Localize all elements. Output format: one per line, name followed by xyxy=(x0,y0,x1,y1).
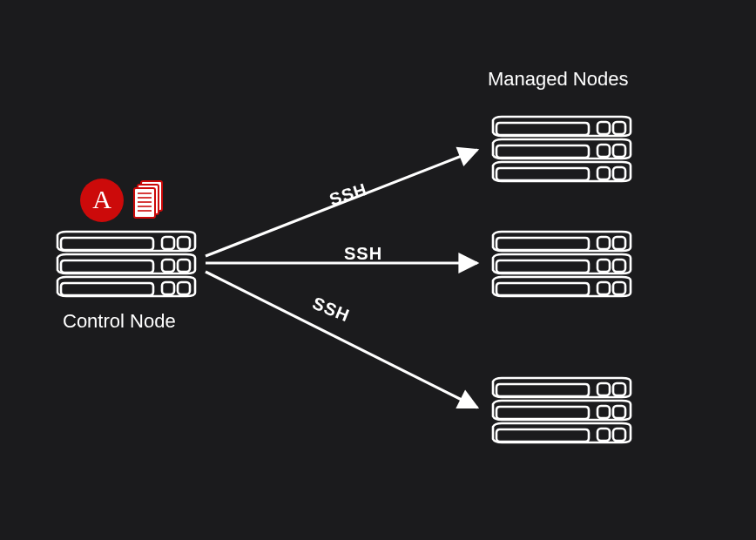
ansible-architecture-diagram: Managed Nodes Control Node SSH SSH SSH A xyxy=(0,0,756,540)
ssh-arrow-top xyxy=(206,150,477,256)
managed-node-server-3-icon xyxy=(493,378,631,442)
managed-node-server-2-icon xyxy=(493,232,631,296)
ssh-arrow-bottom xyxy=(206,272,477,408)
managed-node-server-1-icon xyxy=(493,117,631,181)
control-node-server-icon xyxy=(57,232,195,296)
